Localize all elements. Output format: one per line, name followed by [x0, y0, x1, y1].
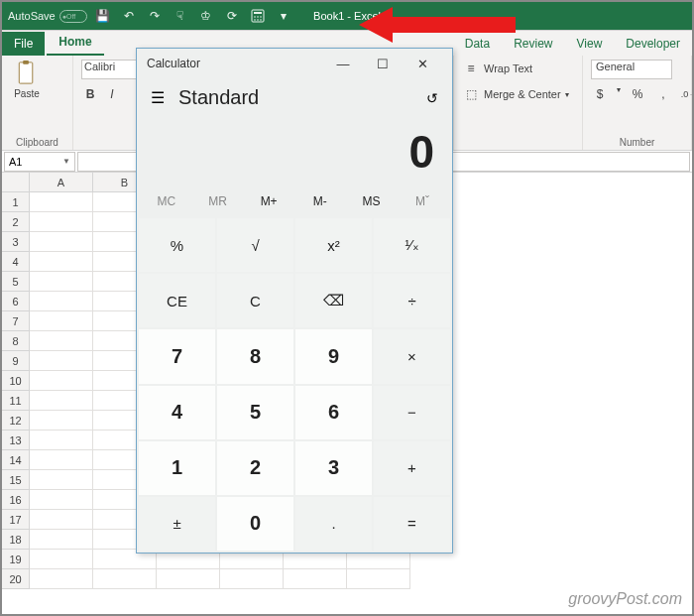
key-five[interactable]: 5 [217, 386, 293, 439]
comma-button[interactable]: , [654, 85, 672, 103]
calculator-icon[interactable] [248, 6, 268, 26]
row-header[interactable]: 2 [2, 212, 30, 232]
increase-decimal-icon[interactable]: .0→ [680, 85, 694, 103]
cell[interactable] [347, 569, 410, 589]
currency-button[interactable]: $ [591, 85, 609, 103]
tab-file[interactable]: File [2, 32, 45, 56]
key-divide[interactable]: ÷ [374, 274, 450, 327]
wrap-text-button[interactable]: Wrap Text [484, 62, 532, 74]
cell[interactable] [30, 232, 93, 252]
key-nine[interactable]: 9 [295, 329, 372, 383]
key-two[interactable]: 2 [217, 441, 293, 495]
cell[interactable] [30, 351, 93, 371]
key-square[interactable]: x² [295, 218, 372, 272]
bold-button[interactable]: B [81, 85, 99, 103]
tab-data[interactable]: Data [453, 32, 502, 56]
memory-mˇ[interactable]: Mˇ [403, 194, 442, 208]
row-header[interactable]: 8 [2, 331, 30, 351]
cell[interactable] [30, 192, 93, 212]
font-name-select[interactable]: Calibri [81, 60, 143, 79]
row-header[interactable]: 1 [2, 192, 30, 212]
maximize-button[interactable]: ☐ [363, 50, 403, 77]
row-header[interactable]: 16 [2, 490, 30, 510]
memory-m+[interactable]: M+ [249, 194, 289, 208]
cell[interactable] [93, 569, 157, 589]
wrap-text-icon[interactable]: ≡ [462, 60, 480, 77]
memory-mr[interactable]: MR [197, 194, 237, 208]
key-eight[interactable]: 8 [217, 329, 293, 383]
number-format-select[interactable]: General [591, 60, 672, 79]
cell[interactable] [30, 569, 93, 589]
cell[interactable] [30, 431, 93, 450]
key-clear-entry[interactable]: CE [139, 274, 215, 327]
key-backspace[interactable]: ⌫ [295, 274, 372, 327]
key-minus[interactable]: − [374, 386, 450, 439]
refresh-icon[interactable]: ⟳ [222, 6, 242, 26]
chevron-down-icon[interactable]: ▾ [565, 90, 569, 99]
key-plus[interactable]: + [374, 441, 450, 495]
row-header[interactable]: 13 [2, 431, 30, 450]
minimize-button[interactable]: — [323, 50, 363, 77]
row-header[interactable]: 3 [2, 232, 30, 252]
tab-view[interactable]: View [565, 32, 615, 56]
cell[interactable] [30, 212, 93, 232]
cell[interactable] [30, 450, 93, 470]
cell[interactable] [30, 252, 93, 272]
paste-button[interactable]: Paste [10, 60, 44, 99]
cell[interactable] [30, 510, 93, 530]
history-icon[interactable]: ↺ [426, 90, 438, 106]
row-header[interactable]: 11 [2, 391, 30, 411]
key-equals[interactable]: = [374, 497, 450, 551]
cell[interactable] [284, 569, 347, 589]
key-decimal[interactable]: . [295, 497, 372, 551]
key-percent[interactable]: % [139, 218, 215, 272]
key-zero[interactable]: 0 [217, 497, 293, 551]
chevron-down-icon[interactable]: ▼ [62, 157, 70, 166]
hierarchy-icon[interactable]: ♔ [196, 6, 216, 26]
customize-qat-icon[interactable]: ▾ [274, 6, 293, 26]
close-button[interactable]: ✕ [403, 50, 442, 77]
row-header[interactable]: 15 [2, 470, 30, 490]
key-seven[interactable]: 7 [139, 329, 215, 383]
row-header[interactable]: 4 [2, 252, 30, 272]
cell[interactable] [30, 371, 93, 391]
row-header[interactable]: 6 [2, 292, 30, 311]
key-one[interactable]: 1 [139, 441, 215, 495]
row-header[interactable]: 20 [2, 569, 30, 589]
key-four[interactable]: 4 [139, 386, 215, 439]
tab-home[interactable]: Home [47, 30, 103, 56]
row-header[interactable]: 17 [2, 510, 30, 530]
merge-icon[interactable]: ⬚ [462, 85, 480, 103]
merge-center-button[interactable]: Merge & Center [484, 88, 561, 100]
calculator-titlebar[interactable]: Calculator — ☐ ✕ [137, 49, 452, 78]
row-header[interactable]: 14 [2, 450, 30, 470]
cell[interactable] [30, 311, 93, 331]
cell[interactable] [220, 569, 284, 589]
key-six[interactable]: 6 [295, 386, 372, 439]
save-icon[interactable]: 💾 [93, 6, 113, 26]
memory-ms[interactable]: MS [351, 194, 391, 208]
italic-button[interactable]: I [103, 85, 121, 103]
key-negate[interactable]: ± [139, 497, 215, 551]
row-header[interactable]: 9 [2, 351, 30, 371]
cell[interactable] [30, 530, 93, 550]
key-sqrt[interactable]: √ [217, 218, 293, 272]
row-header[interactable]: 18 [2, 530, 30, 550]
cell[interactable] [30, 292, 93, 311]
touch-icon[interactable]: ☟ [171, 6, 190, 26]
row-header[interactable]: 5 [2, 272, 30, 292]
row-header[interactable]: 10 [2, 371, 30, 391]
memory-mc[interactable]: MC [147, 194, 186, 208]
name-box[interactable]: A1▼ [4, 152, 75, 172]
tab-review[interactable]: Review [502, 32, 564, 56]
hamburger-icon[interactable]: ☰ [151, 88, 165, 107]
row-header[interactable]: 19 [2, 550, 30, 569]
percent-button[interactable]: % [629, 85, 646, 103]
select-all-corner[interactable] [2, 173, 30, 192]
autosave-toggle[interactable]: AutoSave ●Off [8, 10, 87, 23]
cell[interactable] [157, 569, 220, 589]
undo-icon[interactable]: ↶ [119, 6, 139, 26]
redo-icon[interactable]: ↷ [145, 6, 165, 26]
cell[interactable] [30, 331, 93, 351]
tab-developer[interactable]: Developer [614, 32, 692, 56]
